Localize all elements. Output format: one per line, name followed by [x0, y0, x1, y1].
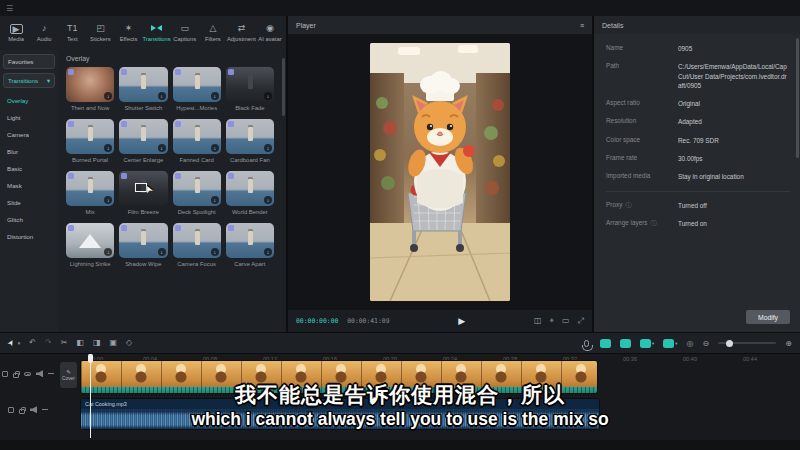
filters-icon: △: [209, 24, 216, 34]
undo-icon[interactable]: ↶: [29, 339, 36, 347]
adjustment-icon: ⇄: [238, 24, 246, 34]
video-preview[interactable]: [370, 43, 510, 301]
fullscreen-icon[interactable]: ⤢: [578, 316, 584, 326]
tab-effects[interactable]: ✶ Effects: [114, 24, 142, 42]
freeze-icon[interactable]: ◇: [126, 339, 132, 347]
video-clip[interactable]: [80, 360, 598, 394]
transition-item[interactable]: ↓ Then and Now: [66, 67, 114, 111]
effects-icon: ✶: [125, 24, 133, 34]
download-icon: ↓: [264, 92, 272, 100]
focus-icon[interactable]: ⌖: [550, 316, 555, 326]
tab-captions[interactable]: ▭ Captions: [171, 24, 199, 42]
player-menu-icon[interactable]: ≡: [580, 22, 584, 29]
player-controls: 00:00:00:00 00:00:41:09 ▶ ◫ ⌖ ▭ ⤢: [288, 310, 592, 332]
collection-badge-icon: [175, 225, 181, 231]
magnet-toggle-icon[interactable]: [600, 339, 611, 348]
track-toggle-icon[interactable]: [8, 407, 14, 413]
zoom-in-icon[interactable]: ⊕: [785, 339, 792, 348]
download-icon: ↓: [211, 248, 219, 256]
hide-track-icon[interactable]: [24, 372, 31, 377]
playhead[interactable]: [88, 354, 93, 438]
track-toggle-icon[interactable]: [2, 371, 8, 377]
sidebar-group-transitions[interactable]: Transitions ▾: [3, 73, 55, 88]
tab-transitions[interactable]: Transitions: [143, 24, 171, 42]
transition-item[interactable]: ↓ Mix: [66, 171, 114, 215]
audio-clip-label: Cat Cooking.mp3: [81, 399, 599, 409]
captions-icon: ▭: [180, 24, 189, 34]
audio-clip[interactable]: Cat Cooking.mp3: [80, 398, 600, 430]
tab-stickers[interactable]: ◰ Stickers: [86, 24, 114, 42]
details-scrollbar[interactable]: [796, 38, 799, 158]
transition-item[interactable]: ↓ Fanned Card: [173, 119, 221, 163]
sidebar-item-basic[interactable]: Basic: [3, 160, 55, 177]
select-tool-caret-icon[interactable]: ▾: [18, 340, 21, 346]
zoom-out-icon[interactable]: ⊖: [703, 339, 710, 348]
redo-icon[interactable]: ↷: [45, 339, 52, 347]
modify-button[interactable]: Modify: [746, 310, 790, 324]
detail-row-frame-rate: Frame rate 30.00fps: [606, 154, 790, 163]
transition-item[interactable]: ↓ Black Fade: [226, 67, 274, 111]
sidebar-item-favorites[interactable]: Favorites: [3, 54, 55, 69]
transition-item[interactable]: ↓ Shutter Switch: [119, 67, 167, 111]
chevron-down-icon: ▾: [47, 77, 50, 84]
collection-badge-icon: [121, 69, 127, 75]
mute-icon[interactable]: [30, 406, 37, 413]
grid-scrollbar[interactable]: [282, 58, 285, 116]
select-tool-icon[interactable]: ➤: [6, 338, 16, 348]
sidebar-item-mask[interactable]: Mask: [3, 177, 55, 194]
transition-item[interactable]: ↓ Carve Apart: [226, 223, 274, 267]
menu-icon[interactable]: ☰: [6, 4, 13, 13]
split-screen-icon[interactable]: ◫: [534, 316, 542, 326]
lock-icon[interactable]: [19, 409, 25, 414]
linking-toggle-icon[interactable]: [620, 339, 631, 348]
transitions-grid-area: Overlay ↓ Then and Now ↓ Shutter Switch …: [58, 50, 286, 332]
tab-ai-avatar[interactable]: ◉ AI avatar: [256, 24, 284, 42]
statusbar: [0, 440, 800, 450]
transition-item[interactable]: ↓ World Bender: [226, 171, 274, 215]
transition-item-hovered[interactable]: ➤ Film Breeze: [119, 171, 167, 215]
transition-item[interactable]: ↓ Center Enlarge: [119, 119, 167, 163]
sidebar-item-glitch[interactable]: Glitch: [3, 211, 55, 228]
tab-audio[interactable]: ♪ Audio: [30, 24, 58, 42]
ratio-icon[interactable]: ▭: [562, 316, 570, 326]
snapshot-icon[interactable]: ◎: [687, 339, 694, 348]
sidebar-item-camera[interactable]: Camera: [3, 126, 55, 143]
ai-avatar-icon: ◉: [266, 24, 274, 34]
timeline[interactable]: 00:00 00:04 00:08 00:12 00:16 00:20 00:2…: [0, 354, 800, 440]
transition-item[interactable]: ↓ Shadow Wipe: [119, 223, 167, 267]
play-button[interactable]: ▶: [458, 316, 465, 326]
detail-row-path: Path C:/Users/Emenwa/AppData/Local/CapCu…: [606, 62, 790, 90]
delete-left-icon[interactable]: ◧: [76, 339, 84, 347]
record-voiceover-icon[interactable]: [584, 340, 589, 347]
video-clip-filmstrip: [81, 361, 597, 387]
tab-filters[interactable]: △ Filters: [199, 24, 227, 42]
tab-adjustment[interactable]: ⇄ Adjustment: [227, 24, 256, 42]
split-icon[interactable]: ✂: [61, 339, 68, 347]
collapse-icon[interactable]: [42, 409, 48, 410]
cover-button[interactable]: ✎ Cover: [60, 362, 77, 388]
delete-right-icon[interactable]: ◨: [93, 339, 101, 347]
timeline-zoom-slider[interactable]: [718, 342, 776, 344]
transition-item[interactable]: ↓ Hypest...Mories: [173, 67, 221, 111]
tab-media[interactable]: ▶ Media: [2, 24, 30, 42]
zoom-slider-knob[interactable]: [726, 340, 733, 347]
sidebar-item-slide[interactable]: Slide: [3, 194, 55, 211]
mute-icon[interactable]: [36, 370, 43, 377]
auto-captions-toggle-icon[interactable]: [663, 339, 674, 348]
crop-icon[interactable]: ▣: [109, 339, 117, 347]
capcut-window: ☰ ▶ Media ♪ Audio T1 Text ◰ Stic: [0, 0, 800, 450]
transition-item[interactable]: ↓ Camera Focus: [173, 223, 221, 267]
collapse-icon[interactable]: [48, 373, 54, 374]
sidebar-item-light[interactable]: Light: [3, 109, 55, 126]
sidebar-item-blur[interactable]: Blur: [3, 143, 55, 160]
transition-item[interactable]: ↓ Burned Portal: [66, 119, 114, 163]
sidebar-item-distortion[interactable]: Distortion: [3, 228, 55, 245]
lock-icon[interactable]: [13, 373, 19, 378]
preview-axis-toggle-icon[interactable]: [640, 339, 651, 348]
sidebar-item-overlay[interactable]: Overlay: [3, 92, 55, 109]
transition-item[interactable]: ↓ Cardboard Fan: [226, 119, 274, 163]
cover-edit-icon: ✎: [66, 369, 71, 375]
transition-item[interactable]: ↓ Deck Spotlight: [173, 171, 221, 215]
tab-text[interactable]: T1 Text: [58, 24, 86, 42]
transition-item[interactable]: ↓ Lightning Strike: [66, 223, 114, 267]
